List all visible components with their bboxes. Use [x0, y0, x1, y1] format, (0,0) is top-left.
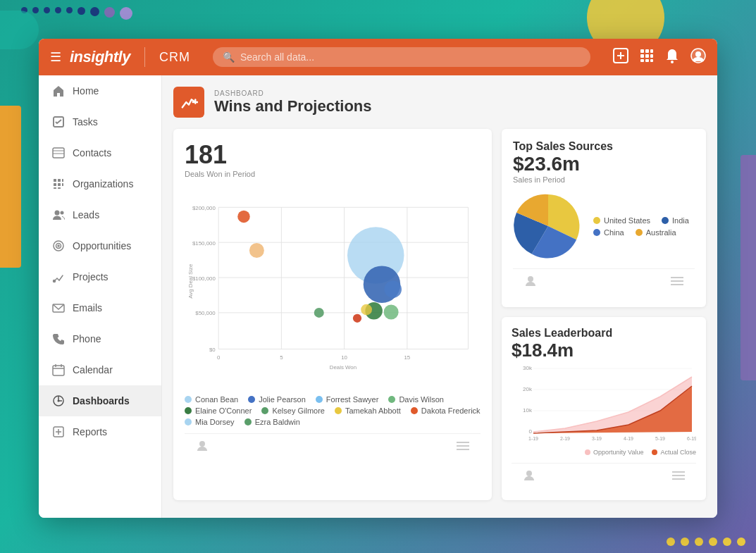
scatter-chart-card: 181 Deals Won in Period — [173, 129, 492, 500]
svg-point-28 — [61, 211, 64, 215]
sidebar-item-leads[interactable]: Leads — [39, 199, 161, 230]
svg-text:$100,000: $100,000 — [192, 275, 216, 282]
user-footer-icon[interactable] — [196, 440, 209, 455]
svg-text:Avg Deal Size: Avg Deal Size — [187, 263, 194, 299]
svg-point-76 — [353, 314, 361, 323]
svg-text:5: 5 — [280, 354, 283, 361]
sidebar-label-emails: Emails — [73, 302, 102, 313]
svg-point-14 — [695, 51, 701, 57]
sidebar-label-calendar: Calendar — [73, 364, 113, 375]
header: ☰ insightly CRM 🔍 — [39, 39, 717, 75]
sidebar-item-dashboards[interactable]: Dashboards — [39, 385, 161, 416]
pie-container: United States India — [513, 191, 695, 261]
svg-rect-20 — [58, 179, 61, 182]
calendar-icon — [51, 363, 66, 377]
legend-item: Mia Dorsey — [185, 418, 235, 426]
svg-point-82 — [528, 276, 533, 282]
svg-point-72 — [385, 280, 402, 298]
search-input[interactable] — [240, 51, 581, 63]
dashboard-breadcrumb: DASHBOARD — [214, 89, 372, 97]
sidebar: Home Tasks — [39, 75, 162, 518]
sidebar-label-organizations: Organizations — [73, 178, 133, 189]
right-column: Top Sales Sources $23.6m Sales in Period — [502, 129, 706, 500]
svg-rect-19 — [54, 179, 56, 182]
sidebar-item-emails[interactable]: Emails — [39, 292, 161, 323]
scatter-container: $200,000 $150,000 $100,000 $50,000 $0 0 … — [185, 185, 481, 390]
legend-us: United States — [593, 216, 650, 225]
svg-point-41 — [58, 400, 60, 402]
user-icon[interactable] — [690, 48, 706, 67]
svg-point-31 — [58, 245, 59, 247]
sidebar-item-reports[interactable]: Reports — [39, 416, 161, 447]
leaderboard-card: Sales Leaderboard $18.4m 30k 20k 10k 0 — [502, 317, 706, 500]
notifications-icon[interactable] — [665, 48, 679, 67]
dashboards-icon — [51, 394, 66, 408]
legend-india: India — [662, 216, 689, 225]
legend-actual: Actual Close — [652, 449, 696, 456]
legend-item: Elaine O'Conner — [185, 406, 252, 415]
legend-item: Tamekah Abbott — [335, 406, 401, 415]
leaderboard-legend: Opportunity Value Actual Close — [512, 449, 696, 456]
sidebar-item-opportunities[interactable]: Opportunities — [39, 230, 161, 261]
leaderboard-title: Sales Leaderboard — [512, 327, 696, 340]
dashboard-icon-box — [173, 87, 204, 118]
top-sales-card: Top Sales Sources $23.6m Sales in Period — [502, 129, 706, 307]
svg-rect-16 — [53, 148, 64, 158]
svg-point-30 — [56, 244, 61, 249]
svg-rect-34 — [53, 366, 64, 375]
leaderboard-svg: 30k 20k 10k 0 — [512, 361, 696, 446]
legend-item: Kelsey Gilmore — [261, 406, 325, 415]
list-footer-icon-3[interactable] — [672, 471, 685, 483]
app-window: ☰ insightly CRM 🔍 — [39, 39, 717, 518]
sidebar-label-phone: Phone — [73, 333, 101, 344]
header-actions — [613, 48, 706, 67]
scatter-stat: 181 — [185, 140, 481, 170]
sidebar-item-home[interactable]: Home — [39, 75, 161, 106]
phone-icon — [51, 332, 66, 346]
legend-item: Conan Bean — [185, 395, 238, 404]
header-divider — [144, 47, 145, 67]
svg-text:$50,000: $50,000 — [195, 310, 216, 316]
list-footer-icon[interactable] — [457, 441, 469, 454]
svg-point-68 — [237, 211, 250, 223]
sidebar-item-phone[interactable]: Phone — [39, 323, 161, 354]
scatter-legend: Conan Bean Jolie Pearson Forrest Sawyer — [185, 395, 481, 426]
add-button[interactable] — [613, 48, 628, 67]
sidebar-item-calendar[interactable]: Calendar — [39, 354, 161, 385]
sidebar-item-contacts[interactable]: Contacts — [39, 137, 161, 168]
list-footer-icon-2[interactable] — [671, 276, 683, 289]
sidebar-item-tasks[interactable]: Tasks — [39, 106, 161, 137]
svg-text:Deals Won: Deals Won — [330, 364, 357, 371]
search-bar[interactable]: 🔍 — [213, 47, 590, 67]
svg-text:2-19: 2-19 — [560, 436, 570, 441]
user-footer-icon-3[interactable] — [523, 469, 535, 485]
dashboard-title-group: DASHBOARD Wins and Projections — [214, 89, 372, 116]
menu-icon[interactable]: ☰ — [50, 49, 61, 65]
svg-text:1-19: 1-19 — [528, 436, 538, 441]
app-body: Home Tasks — [39, 75, 717, 518]
app-logo: insightly — [70, 48, 130, 66]
scatter-stat-label: Deals Won in Period — [185, 170, 481, 178]
legend-australia: Australia — [636, 228, 676, 237]
svg-text:$200,000: $200,000 — [192, 205, 216, 211]
emails-icon — [51, 301, 66, 315]
svg-point-78 — [199, 441, 205, 447]
svg-rect-9 — [640, 59, 644, 62]
svg-point-32 — [54, 280, 56, 282]
svg-rect-11 — [650, 59, 653, 62]
product-name: CRM — [159, 50, 190, 65]
dashboard-title: Wins and Projections — [214, 97, 372, 116]
svg-rect-24 — [62, 183, 63, 186]
svg-rect-6 — [640, 54, 644, 58]
organizations-icon — [51, 177, 66, 191]
svg-rect-3 — [640, 49, 644, 53]
top-sales-title: Top Sales Sources — [513, 140, 695, 153]
legend-item: Dakota Frederick — [411, 406, 481, 415]
svg-rect-7 — [645, 54, 649, 58]
apps-icon[interactable] — [640, 49, 654, 66]
sidebar-item-organizations[interactable]: Organizations — [39, 168, 161, 199]
svg-text:$0: $0 — [209, 347, 216, 353]
top-sales-footer — [513, 268, 695, 296]
user-footer-icon-2[interactable] — [524, 275, 537, 290]
sidebar-item-projects[interactable]: Projects — [39, 261, 161, 292]
